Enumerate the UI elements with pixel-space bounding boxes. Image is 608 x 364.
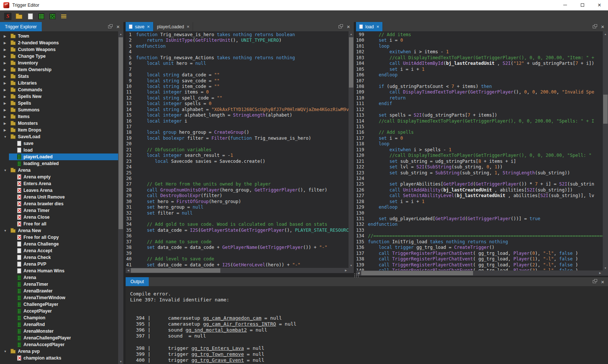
tree-item-monsters[interactable]: ▶Monsters <box>0 120 118 127</box>
expand-arrow-icon[interactable]: ▶ <box>4 68 10 72</box>
expand-arrow-icon[interactable]: ▶ <box>4 55 10 58</box>
tree-item-2-handed-weapons[interactable]: ▶2-handed Weapons <box>0 39 118 46</box>
tree-item-playerloaded[interactable]: playerLoaded <box>0 153 118 160</box>
tree-item-arenamonster[interactable]: ArenaMonster <box>0 328 118 335</box>
expand-arrow-icon[interactable]: ▶ <box>4 48 10 51</box>
editor-horizontal-scrollbar[interactable]: ◀ ▶ <box>356 270 603 276</box>
tree-item-free-for-all[interactable]: Free for all <box>0 221 118 227</box>
tree-item-arena-empty[interactable]: Arena empty <box>0 174 118 180</box>
tree-item-arenachallengeplayer[interactable]: ArenaChallengePlayer <box>0 335 118 341</box>
editor-horizontal-scrollbar[interactable]: ◀ ▶ <box>126 268 349 273</box>
expand-arrow-icon[interactable]: ▶ <box>4 95 10 98</box>
tree-item-inventory[interactable]: ▶Inventory <box>0 60 118 66</box>
code-editor-save[interactable]: 1function Trig_newsave_is_hero takes not… <box>126 31 349 268</box>
close-tab-icon[interactable]: × <box>147 24 150 29</box>
expand-arrow-icon[interactable]: ▶ <box>4 35 10 38</box>
scroll-right-icon[interactable]: ▶ <box>598 270 603 276</box>
scroll-down-icon[interactable]: ▼ <box>118 359 123 364</box>
close-panel-icon[interactable]: × <box>347 24 350 29</box>
tree-item-arena-brawler-dies[interactable]: Arena brawler dies <box>0 200 118 207</box>
scroll-down-icon[interactable]: ▼ <box>603 265 608 270</box>
collapse-arrow-icon[interactable]: ▼ <box>4 169 10 172</box>
collapse-arrow-icon[interactable]: ▼ <box>4 350 10 353</box>
tree-item-summons[interactable]: ▶Summons <box>0 107 118 113</box>
tree-item-arena-close[interactable]: Arena Close <box>0 214 118 221</box>
scroll-up-icon[interactable]: ▲ <box>349 31 354 37</box>
scrollbar-thumb[interactable] <box>603 95 608 124</box>
tree-item-champion[interactable]: Champion <box>0 314 118 321</box>
tree-item-challengeplayer[interactable]: ChallengePlayer <box>0 301 118 308</box>
tree-item-arenarnd[interactable]: ArenaRnd <box>0 321 118 328</box>
maximize-button[interactable] <box>574 0 591 10</box>
expand-arrow-icon[interactable]: ▶ <box>4 41 10 45</box>
close-button[interactable]: × <box>591 0 608 10</box>
tree-item-custom-weapons[interactable]: ▶Custom Weapons <box>0 46 118 53</box>
tree-item-arena[interactable]: ▼Arena <box>0 167 118 174</box>
tree-item-arena-challenge[interactable]: Arena Challenge <box>0 241 118 247</box>
tree-item-save[interactable]: save <box>0 140 118 147</box>
tree-item-items[interactable]: ▶Items <box>0 113 118 120</box>
script-grid-button[interactable] <box>47 12 58 21</box>
expand-arrow-icon[interactable]: ▶ <box>4 108 10 112</box>
tree-item-arenabrawler[interactable]: ArenaBrawler <box>0 288 118 294</box>
open-folder-button[interactable] <box>14 12 24 21</box>
tree-item-arena[interactable]: Arena <box>0 274 118 281</box>
tab-load[interactable]: load× <box>356 22 383 31</box>
tree-item-libraries[interactable]: ▶Libraries <box>0 80 118 86</box>
expand-arrow-icon[interactable]: ▶ <box>4 82 10 85</box>
tree-item-arena-pvp[interactable]: Arena PVP <box>0 261 118 268</box>
float-panel-icon[interactable] <box>338 25 342 28</box>
float-panel-icon[interactable] <box>593 280 596 283</box>
close-panel-icon[interactable]: × <box>601 24 604 29</box>
tree-item-arena-timer[interactable]: Arena Timer <box>0 207 118 214</box>
logo-button[interactable]: S <box>3 12 13 21</box>
explorer-title-tab[interactable]: Trigger Explorer <box>0 22 42 31</box>
tab-output[interactable]: Output <box>126 277 149 286</box>
splitter-grip[interactable] <box>354 273 359 277</box>
tree-item-save-load[interactable]: ▼Save/Load <box>0 133 118 140</box>
collapse-arrow-icon[interactable]: ▼ <box>4 135 10 139</box>
scroll-right-icon[interactable]: ▶ <box>343 268 349 273</box>
tree-item-arena-pvp[interactable]: ▼Arena pvp <box>0 348 118 355</box>
tab-playerLoaded[interactable]: playerLoaded× <box>154 22 193 31</box>
tree-item-change-type[interactable]: ▶Change Type <box>0 53 118 60</box>
scrollbar-thumb[interactable] <box>361 271 473 275</box>
close-tab-icon[interactable]: × <box>377 24 379 29</box>
tree-item-load[interactable]: load <box>0 147 118 153</box>
tree-item-arenatimerwindow[interactable]: ArenaTimerWindow <box>0 294 118 301</box>
tree-item-arena-check[interactable]: Arena Check <box>0 254 118 261</box>
trigger-tree[interactable]: ▶Town▶2-handed Weapons▶Custom Weapons▶Ch… <box>0 31 118 364</box>
scroll-left-icon[interactable]: ◀ <box>126 268 131 273</box>
tree-item-town[interactable]: ▶Town <box>0 33 118 39</box>
tree-item-loading-enabled[interactable]: loading_enabled <box>0 160 118 167</box>
tab-save[interactable]: save× <box>126 22 154 31</box>
tree-item-item-ownership[interactable]: ▶Item Ownership <box>0 66 118 73</box>
tree-item-arena-unit-remove[interactable]: Arena Unit Remove <box>0 194 118 200</box>
expand-arrow-icon[interactable]: ▶ <box>4 88 10 92</box>
tree-item-arena-accept[interactable]: Arena Accept <box>0 247 118 254</box>
tree-item-spells-new[interactable]: ▶Spells New <box>0 93 118 100</box>
tree-item-acceptplayer[interactable]: AcceptPlayer <box>0 308 118 314</box>
expand-arrow-icon[interactable]: ▶ <box>4 115 10 118</box>
scrollbar-thumb[interactable] <box>349 37 353 88</box>
expand-arrow-icon[interactable]: ▶ <box>4 75 10 78</box>
editor-vertical-scrollbar[interactable]: ▲ ▼ <box>603 31 608 270</box>
tree-item-arena-human-wins[interactable]: Arena Human Wins <box>0 268 118 274</box>
tree-item-arenaacceptplayer[interactable]: ArenaAcceptPlayer <box>0 341 118 348</box>
expand-arrow-icon[interactable]: ▶ <box>4 122 10 125</box>
scroll-up-icon[interactable]: ▲ <box>118 31 123 37</box>
tree-item-commands[interactable]: ▶Commands <box>0 86 118 93</box>
tree-scrollbar[interactable]: ▲ ▼ <box>118 31 123 364</box>
tree-item-leaves-arena[interactable]: Leaves Arena <box>0 187 118 194</box>
minimize-button[interactable] <box>557 0 574 10</box>
code-editor-load[interactable]: 99 // Add items100 set i = 0101 loop102 … <box>356 31 603 270</box>
scrollbar-thumb[interactable] <box>131 268 220 273</box>
expand-arrow-icon[interactable]: ▶ <box>4 129 10 132</box>
expand-arrow-icon[interactable]: ▶ <box>4 102 10 105</box>
tree-item-enters-arena[interactable]: Enters Arena <box>0 180 118 187</box>
editor-vertical-scrollbar[interactable]: ▲ ▼ <box>349 31 354 268</box>
float-panel-icon[interactable] <box>593 25 596 28</box>
tree-item-free-for-all-copy[interactable]: Free for all Copy <box>0 234 118 241</box>
tree-item-arenatimer[interactable]: ArenaTimer <box>0 281 118 288</box>
tree-item-arena-new[interactable]: ▼Arena New <box>0 227 118 234</box>
